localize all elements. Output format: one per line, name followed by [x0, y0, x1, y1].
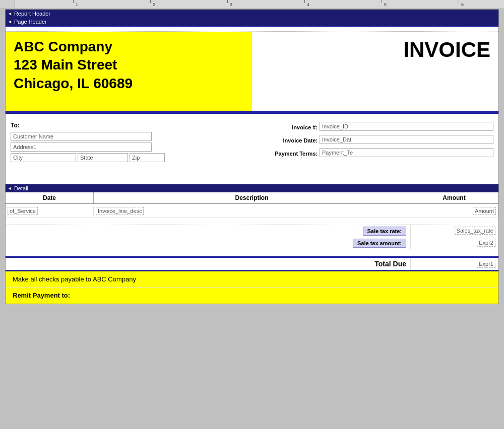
sales-tax-rate-field[interactable]: Sales_tax_rate: [455, 227, 495, 235]
company-street: 123 Main Street: [14, 56, 243, 74]
tax-amount-row: Sale tax amount: Expr2: [6, 237, 498, 249]
tax-rate-row: Sale tax rate: Sales_tax_rate: [6, 225, 498, 237]
payment-terms-row: Payment Terms: Payment_Te: [257, 148, 493, 159]
invoice-title-block: INVOICE: [252, 32, 498, 111]
page-header-label: ◄ Page Header: [6, 18, 498, 26]
detail-section-row: ◄ Detail: [6, 184, 498, 192]
detail-data-row: of_Service Invoice_line_desc Amount: [6, 204, 498, 218]
ruler-mark-2: 2: [150, 0, 155, 9]
date-of-service-field[interactable]: of_Service: [8, 207, 38, 215]
invoice-title: INVOICE: [403, 38, 490, 62]
ruler-mark-1: 1: [73, 0, 78, 9]
detail-date-cell: of_Service: [6, 206, 94, 216]
bill-to-section: To: Customer Name Address1 City State Zi…: [6, 119, 498, 184]
invoice-number-label: Invoice #:: [257, 124, 318, 130]
ruler-corner: [0, 0, 15, 9]
tax-amount-value-cell: Expr2: [410, 237, 498, 249]
invoice-fields-right: Invoice #: Invoice_ID Invoice Date: Invo…: [252, 119, 498, 184]
bill-to-left: To: Customer Name Address1 City State Zi…: [6, 119, 252, 184]
customer-name-field[interactable]: Customer Name: [11, 132, 152, 141]
detail-columns-header: Date Description Amount: [6, 192, 498, 204]
invoice-date-label: Invoice Date:: [257, 137, 318, 144]
grid-spacer-3: [6, 218, 498, 225]
detail-description-cell: Invoice_line_desc: [94, 206, 410, 216]
total-label-cell: Total Due: [6, 258, 410, 270]
report-container: ◄ Report Header ◄ Page Header ABC Compan…: [5, 9, 499, 304]
arrow-icon: ◄: [8, 11, 12, 16]
city-field[interactable]: City: [11, 153, 76, 162]
ruler-mark-6: 6: [459, 0, 464, 9]
invoice-number-value[interactable]: Invoice_ID: [320, 122, 493, 131]
grid-spacer-4: [6, 249, 498, 256]
description-column-header: Description: [94, 192, 410, 203]
amount-field[interactable]: Amount: [473, 207, 496, 215]
invoice-date-value[interactable]: Invoice_Dat: [320, 135, 493, 144]
ruler-mark-5: 5: [382, 0, 387, 9]
arrow-icon-3: ◄: [8, 186, 12, 191]
invoice-line-desc-field[interactable]: Invoice_line_desc: [96, 207, 144, 215]
grid-spacer-2: [6, 114, 498, 119]
tax-amount-label-cell: Sale tax amount:: [6, 237, 410, 249]
ruler-ticks: 1 2 3 4 5 6: [15, 0, 504, 9]
to-label: To:: [11, 122, 247, 129]
checks-payable-row: Make all checks payable to ABC Company: [6, 271, 498, 288]
total-due-label: Total Due: [374, 260, 406, 268]
tax-amount-label: Sale tax amount:: [353, 239, 406, 248]
zip-field[interactable]: Zip: [130, 153, 165, 162]
payment-terms-value[interactable]: Payment_Te: [320, 148, 493, 157]
checks-payable-text: Make all checks payable to ABC Company: [10, 274, 139, 284]
remit-payment-text: Remit Payment to:: [10, 291, 73, 300]
amount-column-header: Amount: [410, 192, 498, 203]
arrow-icon-2: ◄: [8, 19, 12, 24]
company-city: Chicago, IL 60689: [14, 75, 243, 93]
detail-header-label: ◄ Detail: [6, 184, 498, 192]
company-block: ABC Company 123 Main Street Chicago, IL …: [6, 32, 252, 111]
total-value-cell: Expr1: [410, 258, 498, 270]
date-column-header: Date: [6, 192, 94, 203]
remit-payment-row: Remit Payment to:: [6, 288, 498, 304]
report-header-label: ◄ Report Header: [6, 10, 498, 18]
tax-rate-label-cell: Sale tax rate:: [6, 225, 410, 237]
payment-terms-label: Payment Terms:: [257, 151, 318, 157]
total-expr-field[interactable]: Expr1: [477, 260, 495, 268]
company-name: ABC Company: [14, 38, 243, 56]
invoice-number-row: Invoice #: Invoice_ID: [257, 122, 493, 132]
tax-rate-value-cell: Sales_tax_rate: [410, 225, 498, 237]
tax-amount-expr-field[interactable]: Expr2: [477, 239, 495, 247]
invoice-top-area: ABC Company 123 Main Street Chicago, IL …: [6, 32, 498, 112]
detail-amount-cell: Amount: [410, 206, 498, 216]
address1-field[interactable]: Address1: [11, 142, 152, 152]
ruler: 1 2 3 4 5 6: [0, 0, 504, 9]
ruler-mark-4: 4: [304, 0, 309, 9]
ruler-mark-3: 3: [227, 0, 232, 9]
grid-spacer-top: [6, 27, 498, 32]
invoice-date-row: Invoice Date: Invoice_Dat: [257, 135, 493, 146]
state-field[interactable]: State: [78, 153, 128, 162]
tax-rate-label: Sale tax rate:: [363, 227, 406, 236]
total-row: Total Due Expr1: [6, 258, 498, 270]
